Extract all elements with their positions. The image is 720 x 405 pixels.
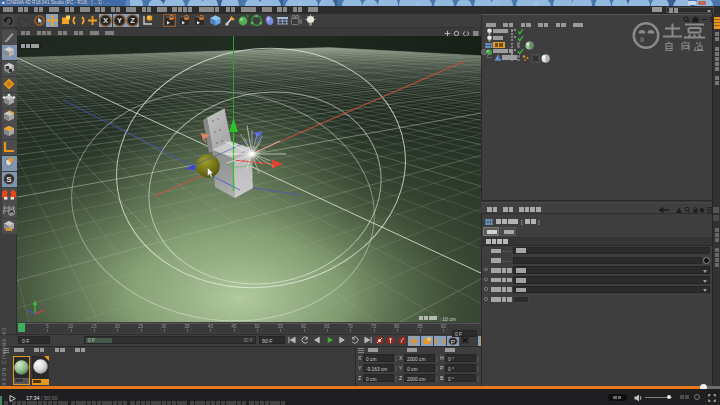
svg-text:S: S [6,174,12,183]
svg-text:Y: Y [116,16,121,25]
svg-text:X: X [103,16,108,25]
svg-text:Z: Z [130,16,135,25]
svg-text:e: e [9,210,12,216]
svg-text:P: P [451,338,455,345]
